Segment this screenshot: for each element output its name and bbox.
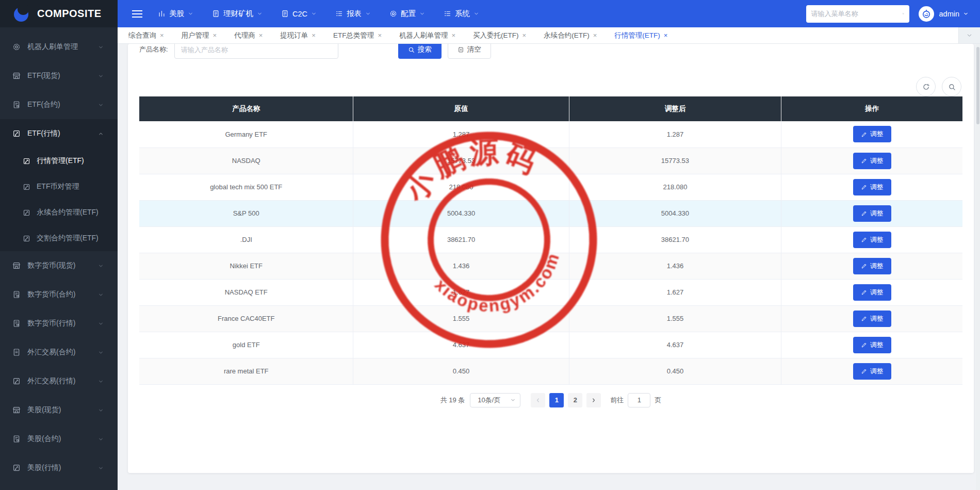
crescent-logo-icon <box>12 5 30 23</box>
adjust-button[interactable]: 调整 <box>853 337 891 353</box>
sidebar-item-美股(行情)[interactable]: 美股(行情) <box>0 453 118 482</box>
cell-product-name: rare metal ETF <box>139 358 353 384</box>
sidebar-item-外汇交易(行情)[interactable]: 外汇交易(行情) <box>0 367 118 396</box>
close-icon[interactable]: × <box>312 32 316 39</box>
sidebar-item-ETF(合约)[interactable]: ETF(合约) <box>0 90 118 119</box>
search-icon <box>902 10 904 18</box>
cell-adjusted-value: 38621.70 <box>569 226 781 253</box>
tab-买入委托(ETF)[interactable]: 买入委托(ETF)× <box>464 27 535 43</box>
close-icon[interactable]: × <box>378 32 382 39</box>
product-name-field[interactable] <box>174 44 338 59</box>
scrollbar-track[interactable] <box>976 44 980 490</box>
search-button[interactable]: 搜索 <box>398 44 442 59</box>
sidebar-item-ETF(行情)[interactable]: ETF(行情) <box>0 119 118 148</box>
nav-menu-label: C2C <box>292 10 307 18</box>
clear-button[interactable]: 清空 <box>448 44 491 59</box>
table-tools <box>139 77 962 96</box>
tab-label: 行情管理(ETF) <box>614 31 660 40</box>
adjust-button[interactable]: 调整 <box>853 363 891 380</box>
refresh-button[interactable] <box>916 77 936 96</box>
tab-机器人刷单管理[interactable]: 机器人刷单管理× <box>390 27 464 43</box>
product-name-input[interactable] <box>181 46 332 54</box>
adjust-button[interactable]: 调整 <box>853 232 891 248</box>
table-row: NASDAQ ETF1.6271.627调整 <box>139 279 962 305</box>
table-row: NASDAQ15773.5315773.53调整 <box>139 148 962 174</box>
sidebar-item-外汇交易(合约)[interactable]: 外汇交易(合约) <box>0 338 118 367</box>
menu-search-input[interactable] <box>811 10 902 18</box>
sidebar-subitem-交割合约管理(ETF)[interactable]: 交割合约管理(ETF) <box>0 225 118 251</box>
sidebar-item-ETF(现货)[interactable]: ETF(现货) <box>0 61 118 90</box>
sidebar-item-数字货币(行情)[interactable]: 数字货币(行情) <box>0 309 118 338</box>
prev-page-button[interactable] <box>531 393 545 407</box>
nav-menu-label: 理财矿机 <box>223 9 253 19</box>
tab-overflow-button[interactable] <box>958 27 980 43</box>
filter-buttons: 搜索 清空 <box>398 44 491 59</box>
username[interactable]: admin <box>939 10 960 18</box>
edit-icon <box>23 183 30 191</box>
adjust-button[interactable]: 调整 <box>853 126 891 142</box>
chevron-down-icon <box>98 73 104 79</box>
column-search-button[interactable] <box>942 77 961 96</box>
navbar: 美股理财矿机C2C报表配置系统 admin <box>118 0 980 27</box>
adjust-button[interactable]: 调整 <box>853 205 891 222</box>
avatar[interactable] <box>919 6 934 22</box>
tab-用户管理[interactable]: 用户管理× <box>173 27 226 43</box>
sidebar-item-币币[interactable]: 币币 <box>0 482 118 490</box>
tab-代理商[interactable]: 代理商× <box>225 27 271 43</box>
adjust-button[interactable]: 调整 <box>853 179 891 195</box>
close-icon[interactable]: × <box>259 32 263 39</box>
cell-original-value: 1.287 <box>353 121 569 148</box>
nav-menu-C2C[interactable]: C2C <box>281 9 317 19</box>
adjust-button[interactable]: 调整 <box>853 153 891 169</box>
page-button-1[interactable]: 1 <box>549 393 564 407</box>
chevron-down-icon[interactable] <box>963 11 969 17</box>
page-button-2[interactable]: 2 <box>568 393 582 407</box>
adjust-button[interactable]: 调整 <box>853 258 891 274</box>
page-size-select[interactable]: 10条/页 <box>470 393 520 407</box>
sidebar-subitem-ETF币对管理[interactable]: ETF币对管理 <box>0 174 118 200</box>
chevron-down-icon <box>311 11 317 17</box>
scrollbar-thumb[interactable] <box>976 47 979 124</box>
cell-product-name: gold ETF <box>139 332 353 358</box>
contract-icon <box>12 101 21 109</box>
tab-行情管理(ETF)[interactable]: 行情管理(ETF)× <box>606 27 676 43</box>
close-icon[interactable]: × <box>160 32 164 39</box>
adjust-button[interactable]: 调整 <box>853 311 891 327</box>
chevron-right-icon <box>591 397 597 403</box>
pencil-icon <box>861 368 868 374</box>
cell-adjusted-value: 1.555 <box>569 305 781 332</box>
next-page-button[interactable] <box>586 393 601 407</box>
tab-提现订单[interactable]: 提现订单× <box>271 27 324 43</box>
chevron-down-icon <box>257 11 263 17</box>
cell-adjusted-value: 1.287 <box>569 121 781 148</box>
tab-永续合约(ETF)[interactable]: 永续合约(ETF)× <box>535 27 606 43</box>
close-icon[interactable]: × <box>213 32 217 39</box>
nav-menu-报表[interactable]: 报表 <box>335 9 371 19</box>
sidebar-subitem-永续合约管理(ETF)[interactable]: 永续合约管理(ETF) <box>0 200 118 225</box>
nav-menu-系统[interactable]: 系统 <box>444 9 479 19</box>
close-icon[interactable]: × <box>522 32 527 39</box>
close-icon[interactable]: × <box>593 32 597 39</box>
nav-menu-理财矿机[interactable]: 理财矿机 <box>212 9 263 19</box>
cell-actions: 调整 <box>781 332 962 358</box>
sidebar-item-美股(合约)[interactable]: 美股(合约) <box>0 424 118 453</box>
menu-search-box[interactable] <box>806 5 909 23</box>
sidebar-item-机器人刷单管理[interactable]: 机器人刷单管理 <box>0 32 118 61</box>
sidebar-item-数字货币(合约)[interactable]: 数字货币(合约) <box>0 280 118 309</box>
close-icon[interactable]: × <box>664 32 668 39</box>
sidebar-subitem-行情管理(ETF)[interactable]: 行情管理(ETF) <box>0 148 118 174</box>
close-icon[interactable]: × <box>451 32 455 39</box>
sidebar-item-label: ETF(行情) <box>27 129 98 138</box>
hamburger-menu-icon[interactable] <box>132 10 142 18</box>
tab-ETF总类管理[interactable]: ETF总类管理× <box>324 27 390 43</box>
sidebar-item-数字货币(现货)[interactable]: 数字货币(现货) <box>0 251 118 280</box>
nav-menu-配置[interactable]: 配置 <box>389 9 425 19</box>
nav-menu-美股[interactable]: 美股 <box>158 9 193 19</box>
tab-综合查询[interactable]: 综合查询× <box>120 27 173 43</box>
goto-page-input[interactable] <box>628 393 650 407</box>
sidebar-subitem-label: ETF币对管理 <box>37 182 79 191</box>
sidebar-item-美股(现货)[interactable]: 美股(现货) <box>0 396 118 424</box>
sidebar-item-label: 数字货币(现货) <box>27 261 98 270</box>
chevron-down-icon <box>98 321 104 326</box>
adjust-button[interactable]: 调整 <box>853 284 891 301</box>
